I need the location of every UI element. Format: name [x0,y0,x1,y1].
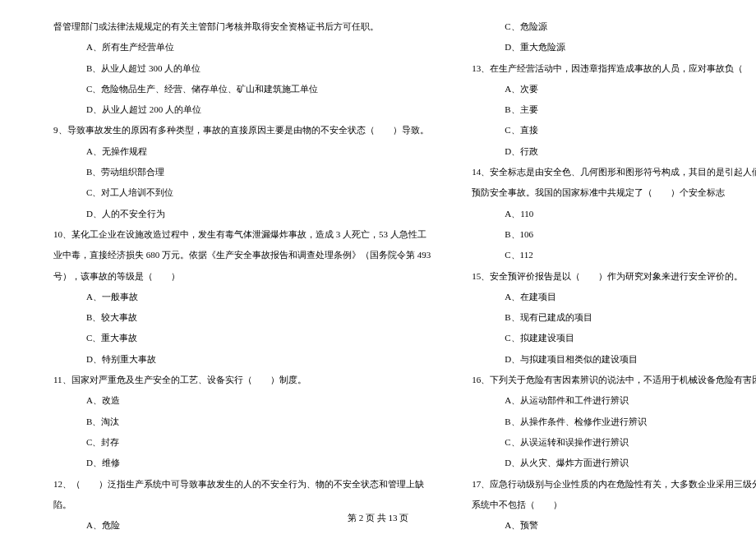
page-footer: 第 2 页 共 13 页 [0,512,756,524]
q10-option-c: C、重大事故 [53,328,431,348]
q10-stem-line3: 号），该事故的等级是（ ） [53,266,431,287]
q10-option-b: B、较大事故 [53,307,431,328]
q14-option-b: B、106 [472,224,756,245]
q9-stem: 9、导致事故发生的原因有多种类型，事故的直接原因主要是由物的不安全状态（ ）导致… [53,120,431,140]
q9-option-b: B、劳动组织部合理 [53,162,431,182]
q17-stem-line1: 17、应急行动级别与企业性质的内在危险性有关，大多数企业采用三级分类系统，这三级… [472,474,756,495]
q11-option-b: B、淘汰 [53,412,431,432]
document-page: 督管理部门或法律法规规定的有关主管部门考核并取得安全资格证书后方可任职。 A、所… [0,0,756,534]
q9-option-a: A、无操作规程 [53,141,431,162]
q13-option-b: B、主要 [472,99,756,120]
q13-option-c: C、直接 [472,120,756,140]
q9-option-c: C、对工人培训不到位 [53,182,431,203]
left-column: 督管理部门或法律法规规定的有关主管部门考核并取得安全资格证书后方可任职。 A、所… [53,16,431,534]
q16-option-b: B、从操作条件、检修作业进行辨识 [472,412,756,432]
q12-stem-line1: 12、（ ）泛指生产系统中可导致事故发生的人的不安全行为、物的不安全状态和管理上… [53,474,431,495]
q10-stem-line2: 业中毒，直接经济损失 680 万元。依据《生产安全事故报告和调查处理条例》（国务… [53,245,431,265]
q16-option-d: D、从火灾、爆炸方面进行辨识 [472,453,756,473]
q12-option-c: C、危险源 [472,16,756,37]
q11-stem: 11、国家对严重危及生产安全的工艺、设备实行（ ）制度。 [53,370,431,390]
q10-option-a: A、一般事故 [53,287,431,307]
q9-option-d: D、人的不安全行为 [53,204,431,224]
q16-option-c: C、从误运转和误操作进行辨识 [472,432,756,453]
q16-stem: 16、下列关于危险有害因素辨识的说法中，不适用于机械设备危险有害因素辨识的是（ … [472,370,756,390]
q15-option-a: A、在建项目 [472,287,756,307]
q13-stem: 13、在生产经营活动中，因违章指挥造成事故的人员，应对事故负（ ）责任。 [472,58,756,79]
q15-option-c: C、拟建建设项目 [472,328,756,348]
q8-option-a: A、所有生产经营单位 [53,37,431,58]
q10-option-d: D、特别重大事故 [53,349,431,370]
q8-continuation: 督管理部门或法律法规规定的有关主管部门考核并取得安全资格证书后方可任职。 [53,16,431,37]
q15-option-d: D、与拟建项目相类似的建设项目 [472,349,756,370]
q15-stem: 15、安全预评价报告是以（ ）作为研究对象来进行安全评价的。 [472,266,756,287]
q13-option-d: D、行政 [472,141,756,162]
q12-option-d: D、重大危险源 [472,37,756,58]
right-column: C、危险源 D、重大危险源 13、在生产经营活动中，因违章指挥造成事故的人员，应… [472,16,756,534]
q10-stem-line1: 10、某化工企业在设施改造过程中，发生有毒气体泄漏爆炸事故，造成 3 人死亡，5… [53,224,431,245]
q11-option-d: D、维修 [53,453,431,473]
q8-option-d: D、从业人超过 200 人的单位 [53,99,431,120]
q8-option-c: C、危险物品生产、经营、储存单位、矿山和建筑施工单位 [53,79,431,99]
q11-option-a: A、改造 [53,390,431,411]
q8-option-b: B、从业人超过 300 人的单位 [53,58,431,79]
q14-stem-line1: 14、安全标志是由安全色、几何图形和图形符号构成，其目的是引起人们对不安全因素的… [472,162,756,182]
q13-option-a: A、次要 [472,79,756,99]
q11-option-c: C、封存 [53,432,431,453]
q16-option-a: A、从运动部件和工件进行辨识 [472,390,756,411]
q14-option-a: A、110 [472,204,756,224]
q15-option-b: B、现有已建成的项目 [472,307,756,328]
q14-stem-line2: 预防安全事故。我国的国家标准中共规定了（ ）个安全标志 [472,182,756,203]
q14-option-c: C、112 [472,245,756,265]
